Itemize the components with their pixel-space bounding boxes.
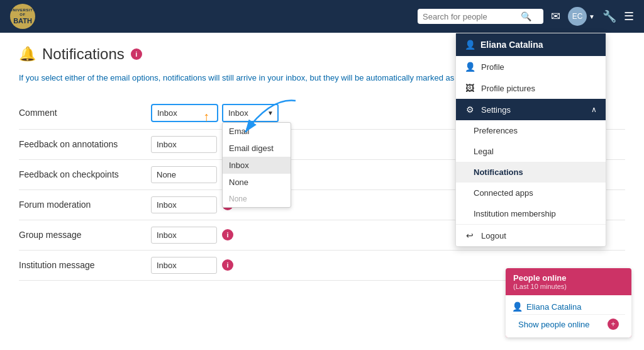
profile-pictures-icon: 🖼 [465,83,475,93]
online-user-item: 👤 Eliana Catalina [512,299,625,314]
user-avatar-button[interactable]: EC ▼ [568,7,595,26]
menu-item-notifications[interactable]: Notifications [456,162,606,183]
show-people-label[interactable]: Show people online [518,320,589,329]
tools-button[interactable]: 🔧 [602,9,616,23]
search-input[interactable] [423,12,517,21]
logo-icon: UNIVERSITY OF BATH [10,4,35,29]
people-online-header: People online (Last 10 minutes) [506,268,631,295]
header: UNIVERSITY OF BATH 🔍 ✉ EC ▼ 🔧 ☰ [0,0,644,33]
group-message-select[interactable]: Email Email digest Inbox None [151,227,217,244]
menu-label-notifications: Notifications [474,167,523,177]
menu-item-institution[interactable]: Institution membership [456,203,606,224]
menu-item-profile[interactable]: 👤 Profile [456,56,606,77]
feedback-annotations-select-wrapper: Email Email digest Inbox None i [151,136,233,153]
email-button[interactable]: ✉ [551,9,560,23]
menu-label-legal: Legal [474,147,494,156]
show-people-row: Show people online + [512,314,625,334]
institution-message-info-badge[interactable]: i [222,259,233,271]
avatar-chevron: ▼ [589,13,595,20]
online-user-name: Eliana Catalina [526,302,581,312]
people-online-panel: People online (Last 10 minutes) 👤 Eliana… [506,268,631,337]
label-institution-message: Institution message [19,260,145,270]
user-icon: 👤 [465,40,475,50]
menu-label-settings: Settings [481,105,511,115]
menu-label-profile: Profile [481,62,504,72]
search-bar: 🔍 [418,9,543,24]
title-info-badge[interactable]: i [131,48,142,60]
dropdown-item-email[interactable]: Email [223,123,291,140]
menu-label-logout: Logout [481,231,506,240]
menu-button[interactable]: ☰ [624,9,634,23]
people-online-title: People online [513,273,624,283]
logo-text: BATH [10,17,36,25]
open-dropdown-value: Inbox [228,108,248,118]
dropdown-item-inbox[interactable]: Inbox [223,157,291,174]
search-button[interactable]: 🔍 [521,11,531,21]
show-people-add-button[interactable]: + [608,319,619,330]
menu-item-legal[interactable]: Legal [456,141,606,162]
menu-item-logout[interactable]: ↩ Logout [456,225,606,246]
profile-icon: 👤 [465,62,475,72]
menu-label-institution: Institution membership [474,209,556,218]
forum-moderation-select[interactable]: Email Email digest Inbox None [151,196,217,213]
user-dropdown-menu: 👤 Eliana Catalina 👤 Profile 🖼 Profile pi… [455,33,606,247]
label-feedback-checkpoints: Feedback on checkpoints [19,169,145,179]
people-online-subtitle: (Last 10 minutes) [513,283,624,290]
menu-item-settings[interactable]: ⚙ Settings ∧ [456,99,606,120]
label-forum-moderation: Forum moderation [19,200,145,210]
menu-item-connected-apps[interactable]: Connected apps [456,183,606,203]
feedback-checkpoints-select-wrapper: Email Email digest Inbox None i [151,166,233,183]
label-feedback-annotations: Feedback on annotations [19,139,145,149]
people-online-body: 👤 Eliana Catalina Show people online + [506,295,631,337]
bell-icon: 🔔 [19,46,36,62]
institution-message-select[interactable]: Email Email digest Inbox None [151,257,217,274]
header-icons: ✉ EC ▼ 🔧 ☰ [551,7,634,26]
menu-label-profile-pictures: Profile pictures [481,84,535,93]
open-dropdown-arrow-icon: ▼ [267,110,274,116]
dropdown-list: Email Email digest Inbox None None [222,122,291,208]
label-comment: Comment [19,108,145,118]
avatar: EC [568,7,587,26]
open-dropdown-trigger[interactable]: Inbox ▼ [222,104,279,122]
open-dropdown-wrapper: Inbox ▼ Email Email digest Inbox None No… [222,104,279,122]
institution-message-select-wrapper: Email Email digest Inbox None i [151,257,233,274]
settings-icon: ⚙ [465,104,475,115]
dropdown-item-none[interactable]: None [223,174,291,191]
username-label: Eliana Catalina [480,40,543,50]
menu-label-connected-apps: Connected apps [474,188,533,198]
page-title: Notifications [42,45,125,63]
dropdown-item-email-digest[interactable]: Email digest [223,140,291,157]
feedback-checkpoints-select[interactable]: Email Email digest Inbox None [151,166,217,183]
menu-label-preferences: Preferences [474,126,518,135]
user-dropdown-header: 👤 Eliana Catalina [456,33,606,56]
online-user-icon: 👤 [512,302,523,312]
logo[interactable]: UNIVERSITY OF BATH [10,4,35,29]
group-message-info-badge[interactable]: i [222,229,233,240]
logo-subtext: UNIVERSITY OF [10,8,36,16]
group-message-select-wrapper: Email Email digest Inbox None i [151,227,233,244]
logout-icon: ↩ [465,230,475,240]
forum-moderation-select-wrapper: Email Email digest Inbox None i [151,196,233,213]
menu-item-preferences[interactable]: Preferences [456,120,606,141]
settings-chevron-icon: ∧ [591,105,597,114]
label-group-message: Group message [19,230,145,240]
orange-arrow-icon: ↑ [203,110,209,124]
menu-item-profile-pictures[interactable]: 🖼 Profile pictures [456,77,606,99]
dropdown-item-none2[interactable]: None [223,191,291,207]
feedback-annotations-select[interactable]: Email Email digest Inbox None [151,136,217,153]
